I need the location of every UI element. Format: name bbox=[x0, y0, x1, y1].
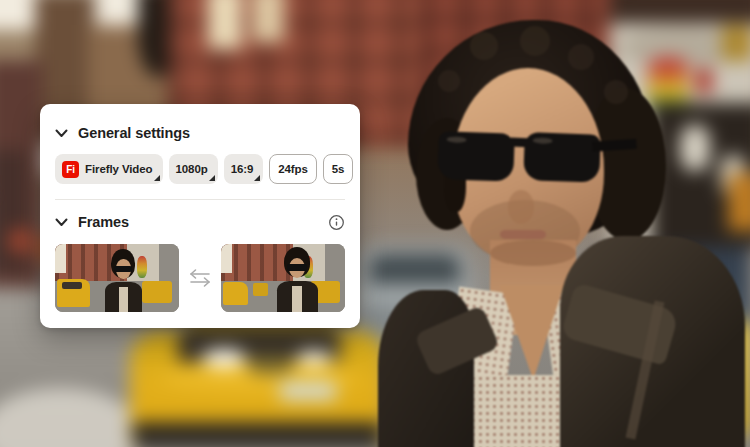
firefly-logo-icon: Fi bbox=[62, 161, 79, 178]
frames-info-icon[interactable] bbox=[328, 214, 345, 231]
thumb-taxi-left bbox=[223, 282, 248, 305]
model-select-label: Firefly Video bbox=[85, 163, 153, 175]
general-settings-label: General settings bbox=[78, 125, 190, 141]
chevron-down-icon bbox=[55, 218, 68, 227]
swap-frames-button[interactable] bbox=[179, 268, 221, 288]
jaw-shadow bbox=[490, 240, 576, 266]
fps-label: 24fps bbox=[278, 163, 308, 175]
firefly-video-screenshot: General settings Fi Firefly Video 1080p … bbox=[0, 0, 750, 447]
dropdown-corner-icon bbox=[254, 175, 260, 181]
video-settings-panel: General settings Fi Firefly Video 1080p … bbox=[40, 104, 360, 328]
general-settings-toggle[interactable]: General settings bbox=[55, 124, 345, 142]
section-divider bbox=[55, 199, 345, 200]
dropdown-corner-icon bbox=[209, 175, 215, 181]
frames-label: Frames bbox=[78, 214, 129, 230]
sunglasses-bridge bbox=[510, 138, 528, 148]
nose-shadow bbox=[508, 190, 534, 224]
fps-button[interactable]: 24fps bbox=[269, 154, 317, 184]
chevron-down-icon bbox=[55, 129, 68, 138]
aspect-ratio-label: 16:9 bbox=[231, 163, 254, 175]
resolution-select-button[interactable]: 1080p bbox=[169, 154, 218, 184]
first-frame-thumbnail[interactable] bbox=[55, 244, 179, 312]
hair-curl bbox=[604, 80, 628, 104]
dropdown-corner-icon bbox=[154, 175, 160, 181]
resolution-label: 1080p bbox=[176, 163, 208, 175]
thumb-taxi-right bbox=[142, 281, 172, 303]
thumb-man-figure bbox=[105, 249, 142, 312]
frames-toggle[interactable]: Frames bbox=[55, 213, 129, 231]
model-select-button[interactable]: Fi Firefly Video bbox=[55, 154, 163, 184]
sunglasses bbox=[435, 127, 609, 189]
hair-curl bbox=[568, 44, 594, 70]
duration-button[interactable]: 5s bbox=[323, 154, 354, 184]
hair-curl bbox=[438, 70, 460, 92]
thumb-man-figure bbox=[277, 247, 318, 312]
hair-curl bbox=[520, 26, 550, 56]
hair-curl bbox=[470, 32, 498, 60]
duration-label: 5s bbox=[332, 163, 345, 175]
swap-arrows-icon bbox=[188, 268, 212, 288]
aspect-ratio-select-button[interactable]: 16:9 bbox=[224, 154, 264, 184]
mouth bbox=[500, 230, 546, 239]
last-frame-thumbnail[interactable] bbox=[221, 244, 345, 312]
general-settings-controls: Fi Firefly Video 1080p 16:9 24fps bbox=[55, 154, 345, 184]
